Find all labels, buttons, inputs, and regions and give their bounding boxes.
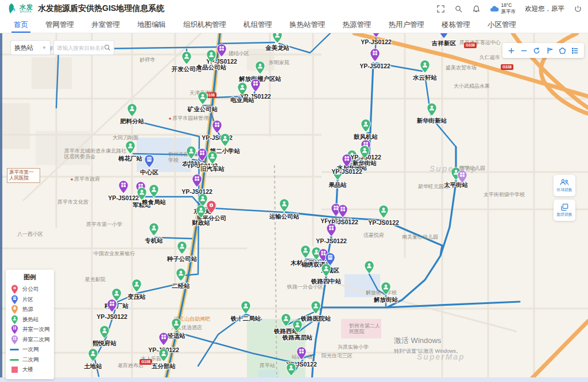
nav-tab-8[interactable]: 热用户管理 bbox=[389, 17, 425, 33]
nav-tab-5[interactable]: 机组管理 bbox=[243, 17, 272, 33]
map-marker-hx[interactable] bbox=[177, 241, 187, 255]
map-marker-hx[interactable] bbox=[241, 301, 251, 314]
map-marker-hx[interactable] bbox=[381, 282, 391, 295]
map-marker-hx[interactable] bbox=[127, 103, 137, 117]
map-marker-label: 变压站 bbox=[127, 293, 146, 301]
nav-tab-4[interactable]: 组织机构管理 bbox=[183, 17, 226, 33]
map-marker-hx[interactable] bbox=[206, 49, 216, 63]
map-marker-hx[interactable] bbox=[171, 318, 181, 332]
map-canvas[interactable]: 原平实达中学妙祥寺团结小区东明家苑天津童涮坊★原平市园林管理站大同刀削面忻州市原… bbox=[0, 33, 588, 382]
nav-tab-0[interactable]: 首页 bbox=[14, 17, 28, 33]
map-marker-hx[interactable] bbox=[88, 348, 98, 362]
map-marker-well1[interactable] bbox=[212, 120, 222, 134]
map-marker-hx[interactable] bbox=[186, 146, 196, 159]
reset-view-button[interactable] bbox=[531, 44, 543, 57]
map-marker-hx[interactable] bbox=[279, 198, 289, 212]
map-marker-label: YP-JS0122 bbox=[316, 237, 347, 244]
map-marker-well1[interactable] bbox=[118, 180, 129, 194]
map-marker-hx[interactable] bbox=[359, 145, 370, 159]
legend-label: 一次网 bbox=[22, 346, 39, 353]
map-marker-hx[interactable] bbox=[321, 263, 331, 277]
nav-tab-7[interactable]: 热源管理 bbox=[343, 17, 372, 33]
map-marker-hx[interactable] bbox=[378, 205, 389, 219]
map-marker-well1[interactable] bbox=[250, 79, 261, 92]
map-marker-hx[interactable] bbox=[281, 313, 291, 327]
map-marker-hx[interactable] bbox=[420, 60, 430, 73]
layer-switch-button[interactable]: 图层切换 bbox=[554, 200, 575, 221]
legend-swatch bbox=[10, 305, 19, 314]
legend-item-8: 大楼 bbox=[10, 365, 50, 375]
nav-tab-9[interactable]: 楼栋管理 bbox=[442, 17, 470, 33]
nav-tab-2[interactable]: 井室管理 bbox=[91, 17, 120, 33]
map-marker-hx[interactable] bbox=[196, 205, 206, 219]
map-marker-area[interactable] bbox=[439, 33, 449, 39]
nav-tab-1[interactable]: 管网管理 bbox=[45, 17, 74, 33]
map-marker-hx[interactable] bbox=[311, 301, 321, 314]
fullscreen-icon[interactable] bbox=[436, 5, 445, 13]
map-marker-label: 电业局站 bbox=[230, 96, 254, 104]
map-marker-hx[interactable] bbox=[131, 279, 142, 293]
legend-swatch bbox=[10, 349, 19, 350]
map-marker-hx[interactable] bbox=[158, 348, 169, 362]
map-marker-well1[interactable] bbox=[158, 332, 169, 346]
search-icon[interactable] bbox=[104, 44, 111, 51]
nav-tab-10[interactable]: 小区管理 bbox=[488, 17, 516, 33]
map-marker-label: 铁路医院站 bbox=[301, 315, 331, 323]
map-marker-hx[interactable] bbox=[364, 260, 374, 274]
map-marker-hx[interactable] bbox=[207, 151, 218, 165]
map-marker-well1[interactable] bbox=[338, 204, 348, 218]
nav-tab-6[interactable]: 换热站管理 bbox=[289, 17, 326, 33]
map-marker-label: 水云轩站 bbox=[413, 74, 437, 82]
zoom-in-button[interactable] bbox=[505, 44, 517, 57]
map-marker-hx[interactable] bbox=[427, 103, 437, 116]
map-marker-hx[interactable] bbox=[149, 184, 159, 198]
map-marker-hx[interactable] bbox=[272, 33, 283, 44]
area-switch-button[interactable]: 区域切换 bbox=[554, 175, 575, 196]
map-marker-label: 果品站 bbox=[328, 181, 347, 189]
map-marker-hx[interactable] bbox=[176, 268, 186, 282]
map-marker-label: 食品公司站 bbox=[196, 64, 227, 72]
map-marker-well1[interactable] bbox=[107, 299, 117, 313]
logo-leaf-icon bbox=[8, 3, 17, 14]
map-marker-label: YP-JS0122 bbox=[359, 63, 390, 69]
map-marker-well1[interactable] bbox=[216, 44, 227, 57]
logout-icon[interactable] bbox=[574, 5, 582, 13]
map-marker-well1[interactable] bbox=[192, 174, 202, 188]
map-marker-well1[interactable] bbox=[197, 148, 207, 162]
measure-button[interactable] bbox=[544, 44, 555, 57]
map-marker-well1[interactable] bbox=[326, 223, 336, 237]
map-marker-label: YP-JS0122 bbox=[368, 219, 399, 226]
map-marker-hx[interactable] bbox=[292, 319, 303, 333]
bell-icon[interactable] bbox=[472, 5, 481, 13]
map-marker-area[interactable] bbox=[144, 154, 154, 168]
legend-label: 二次网 bbox=[22, 356, 39, 364]
map-marker-label: 矿业公司站 bbox=[188, 106, 218, 114]
map-marker-hx[interactable] bbox=[255, 61, 265, 75]
map-marker-branch[interactable] bbox=[206, 200, 216, 214]
search-input[interactable] bbox=[57, 45, 104, 51]
map-marker-hx[interactable] bbox=[286, 362, 296, 376]
nav-tab-3[interactable]: 地图编辑 bbox=[137, 17, 166, 33]
legend-item-7: 二次网 bbox=[10, 355, 50, 365]
map-marker-hx[interactable] bbox=[149, 223, 159, 236]
map-marker-hx[interactable] bbox=[125, 141, 136, 154]
map-marker-label: 经适站 bbox=[167, 332, 185, 340]
map-marker-hx[interactable] bbox=[220, 133, 230, 147]
legend-label: 井室二次网 bbox=[22, 336, 50, 344]
map-marker-hx[interactable] bbox=[99, 325, 110, 339]
search-icon[interactable] bbox=[454, 5, 463, 13]
map-marker-hx[interactable] bbox=[300, 245, 311, 259]
search-category-select[interactable]: 换热站 ▼ bbox=[10, 40, 51, 55]
draw-polygon-button[interactable] bbox=[556, 44, 568, 57]
map-marker-hx[interactable] bbox=[181, 51, 192, 65]
layer-list-button[interactable] bbox=[570, 44, 581, 57]
zoom-out-button[interactable] bbox=[518, 44, 529, 57]
weather-widget: 18°C 原平市 bbox=[490, 2, 516, 14]
map-marker-hx[interactable] bbox=[361, 119, 371, 132]
map-marker-well1[interactable] bbox=[370, 48, 380, 62]
map-marker-well1[interactable] bbox=[296, 346, 307, 360]
map-marker-hx[interactable] bbox=[237, 82, 247, 96]
map-marker-hx[interactable] bbox=[198, 91, 208, 105]
legend-item-0: 分公司 bbox=[10, 284, 50, 295]
map-marker-well1[interactable] bbox=[371, 33, 381, 38]
